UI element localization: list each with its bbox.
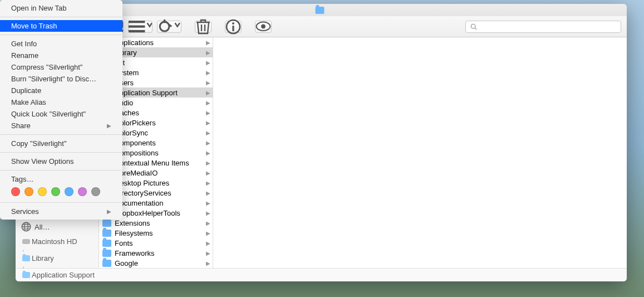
row-label: opt xyxy=(115,59,206,67)
svg-rect-16 xyxy=(129,30,145,32)
row-label: Documentation xyxy=(115,199,206,207)
row-label: DirectoryServices xyxy=(115,189,206,197)
ctx-make-alias[interactable]: Make Alias xyxy=(0,96,122,108)
expand-icon: ▶ xyxy=(206,70,212,76)
row-label: Extensions xyxy=(115,219,206,227)
ctx-move-to-trash[interactable]: Move to Trash xyxy=(0,20,122,32)
ctx-label: Tags… xyxy=(11,175,33,183)
search-field[interactable] xyxy=(465,21,621,33)
folder-icon xyxy=(102,230,111,237)
ctx-separator xyxy=(0,170,122,171)
pathbar-label: Library xyxy=(32,254,54,262)
row-frameworks[interactable]: Frameworks▶ xyxy=(99,248,213,258)
ctx-rename[interactable]: Rename xyxy=(0,50,122,61)
expand-icon: ▶ xyxy=(206,100,212,106)
svg-point-20 xyxy=(232,22,234,25)
pathbar-label: Application Support xyxy=(32,271,95,279)
trash-button[interactable] xyxy=(195,21,212,33)
arrange-dropdown[interactable] xyxy=(128,21,153,33)
svg-line-25 xyxy=(475,28,476,30)
row-label: CoreMediaIO xyxy=(115,169,206,177)
ctx-separator xyxy=(0,35,122,35)
ctx-label: Share xyxy=(11,121,31,130)
tag-dot[interactable] xyxy=(78,187,87,196)
pathbar-sep: › xyxy=(22,248,24,254)
globe-icon xyxy=(21,223,31,231)
row-label: Desktop Pictures xyxy=(115,179,206,187)
expand-icon: ▶ xyxy=(206,160,212,166)
tag-dot[interactable] xyxy=(11,187,20,196)
svg-rect-18 xyxy=(164,20,165,23)
expand-icon: ▶ xyxy=(206,170,212,176)
row-label: Fonts xyxy=(115,239,206,247)
row-label: Users xyxy=(115,79,206,87)
ctx-label: Move to Trash xyxy=(11,22,57,30)
expand-icon: ▶ xyxy=(206,190,212,196)
pathbar-application-support[interactable]: Application Support xyxy=(22,271,95,279)
row-label: System xyxy=(115,69,206,77)
row-label: Caches xyxy=(115,109,206,117)
title-folder-icon xyxy=(316,7,325,14)
submenu-icon: ▶ xyxy=(107,123,111,129)
expand-icon: ▶ xyxy=(206,240,212,246)
expand-icon: ▶ xyxy=(206,250,212,256)
expand-icon: ▶ xyxy=(206,60,212,66)
ctx-share[interactable]: Share▶ xyxy=(0,120,122,132)
tag-dot[interactable] xyxy=(65,187,73,196)
row-label: Contextual Menu Items xyxy=(115,159,206,167)
context-menu[interactable]: Open in New TabMove to TrashGet InfoRena… xyxy=(0,0,122,220)
action-dropdown[interactable] xyxy=(157,21,181,33)
search-icon xyxy=(470,23,477,30)
expand-icon: ▶ xyxy=(206,260,212,266)
search-input[interactable] xyxy=(479,22,616,31)
folder-icon xyxy=(22,272,30,278)
row-label: Library xyxy=(115,48,206,57)
svg-rect-21 xyxy=(232,26,234,31)
submenu-icon: ▶ xyxy=(107,208,111,215)
ctx-show-view-options[interactable]: Show View Options xyxy=(0,155,122,167)
row-label: Google xyxy=(115,259,206,267)
ctx-services[interactable]: Services▶ xyxy=(0,206,122,217)
expand-icon: ▶ xyxy=(206,120,212,126)
folder-icon xyxy=(102,260,111,267)
tag-dot[interactable] xyxy=(38,187,47,196)
ctx-burn-silverlight-to-disc-[interactable]: Burn "Silverlight" to Disc… xyxy=(0,73,122,85)
ctx-tags-[interactable]: Tags… xyxy=(0,173,122,185)
svg-rect-15 xyxy=(129,25,145,27)
pathbar-sep: › xyxy=(22,265,24,270)
ctx-separator xyxy=(0,134,122,135)
tag-dot[interactable] xyxy=(51,187,60,196)
folder-icon xyxy=(102,220,111,227)
ctx-quick-look-silverlight-[interactable]: Quick Look "Silverlight" xyxy=(0,108,122,120)
expand-icon: ▶ xyxy=(206,50,212,56)
ctx-label: Make Alias xyxy=(11,98,46,106)
ctx-label: Copy "Silverlight" xyxy=(11,139,67,148)
pathbar: Macintosh HD›Library›Application Support… xyxy=(16,268,627,281)
sidebar-item-all-[interactable]: All… xyxy=(16,220,99,233)
tag-dot[interactable] xyxy=(91,187,100,196)
pathbar-library[interactable]: Library xyxy=(22,254,95,262)
pathbar-macintosh-hd[interactable]: Macintosh HD xyxy=(22,237,95,246)
expand-icon: ▶ xyxy=(206,180,212,186)
expand-icon: ▶ xyxy=(206,90,212,96)
ctx-separator xyxy=(0,202,122,203)
tag-dot[interactable] xyxy=(24,187,33,196)
ctx-label: Show View Options xyxy=(11,157,74,165)
ctx-get-info[interactable]: Get Info xyxy=(0,38,122,50)
row-filesystems[interactable]: Filesystems▶ xyxy=(99,228,213,238)
ctx-copy-silverlight-[interactable]: Copy "Silverlight" xyxy=(0,138,122,149)
row-label: Compositions xyxy=(115,149,206,157)
expand-icon: ▶ xyxy=(206,210,212,216)
expand-icon: ▶ xyxy=(206,80,212,86)
svg-point-24 xyxy=(471,24,475,28)
ctx-label: Quick Look "Silverlight" xyxy=(11,110,86,118)
row-google[interactable]: Google▶ xyxy=(99,258,213,268)
ctx-compress-silverlight-[interactable]: Compress "Silverlight" xyxy=(0,61,122,73)
row-label: DropboxHelperTools xyxy=(115,209,206,217)
row-fonts[interactable]: Fonts▶ xyxy=(99,238,213,248)
ctx-duplicate[interactable]: Duplicate xyxy=(0,85,122,96)
ctx-open-in-new-tab[interactable]: Open in New Tab xyxy=(0,2,122,14)
quicklook-button[interactable] xyxy=(255,21,272,33)
info-button[interactable] xyxy=(225,21,242,33)
row-label: ColorSync xyxy=(115,129,206,137)
